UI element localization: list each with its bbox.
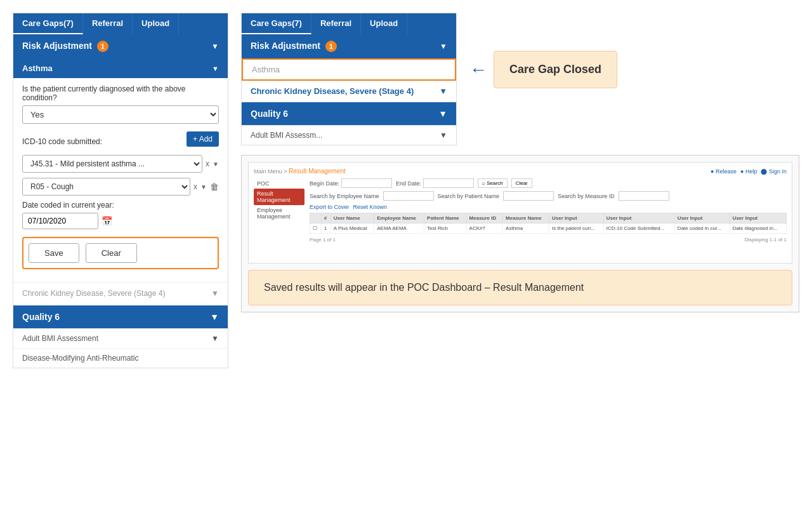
dash-col-num: #: [321, 213, 331, 224]
adult-bmi-right[interactable]: Adult BMI Assessm... ▼: [242, 125, 456, 145]
dash-row-input1: Is the patient curr...: [549, 224, 604, 234]
ckd-chevron-right: ▼: [439, 86, 447, 96]
tab-upload-left[interactable]: Upload: [133, 13, 179, 34]
adult-bmi-label-right: Adult BMI Assessm...: [251, 131, 322, 140]
dash-col-input4: User Input: [730, 213, 786, 224]
icd-remove-1[interactable]: x: [206, 159, 209, 168]
dash-breadcrumb: Result Management: [289, 168, 346, 175]
quality-chevron-right: ▼: [438, 109, 447, 119]
quality-label-left: Quality: [22, 312, 52, 322]
dash-breadcrumb-area: Main Menu > Result Management: [254, 168, 346, 175]
dash-row-measure-id: ACK#7: [466, 224, 503, 234]
adult-bmi-header-right: Adult BMI Assessm... ▼: [251, 131, 447, 140]
dash-search-measure-input[interactable]: [619, 191, 669, 201]
patient-question-label: Is the patient currently diagnosed with …: [22, 84, 219, 102]
dash-employee-management-item[interactable]: Employee Management: [254, 205, 304, 222]
dash-link2[interactable]: ● Help: [740, 168, 757, 175]
dash-row-patient: Test Rich: [424, 224, 466, 234]
tab-care-gaps-left[interactable]: Care Gaps(7): [13, 13, 83, 34]
icd-select-1[interactable]: J45.31 - Mild persistent asthma ...: [22, 155, 202, 173]
risk-adjustment-header-left[interactable]: Risk Adjustment 1 ▼: [13, 34, 228, 58]
right-top-area: Care Gaps(7) Referral Upload Risk Adjust…: [241, 13, 799, 145]
dash-row-num: 1: [321, 224, 331, 234]
dash-end-date-label: End Date:: [396, 180, 421, 187]
tab-upload-left-label: Upload: [141, 18, 169, 28]
dash-row-check[interactable]: ☐: [310, 224, 322, 234]
asthma-form-body: Is the patient currently diagnosed with …: [13, 78, 228, 282]
dash-help-link[interactable]: ● Release: [710, 168, 737, 175]
dash-row-input2: ICD-10 Code Submitted...: [603, 224, 674, 234]
dash-signout-link[interactable]: ⬤ Sign In: [761, 168, 787, 175]
add-icd-button[interactable]: + Add: [187, 131, 219, 147]
dash-displaying-info: Displaying 1-1 of 1: [745, 237, 787, 243]
dash-result-management-item[interactable]: Result Management: [254, 189, 304, 205]
saved-results-text: Saved results will appear in the POC Das…: [264, 282, 584, 293]
adult-bmi-chevron: ▼: [211, 334, 219, 343]
clear-button[interactable]: Clear: [86, 243, 137, 263]
date-coded-label: Date coded in current year:: [22, 201, 219, 210]
left-panel: Care Gaps(7) Referral Upload Risk Adjust…: [13, 13, 228, 368]
risk-adjustment-label-right: Risk Adjustment: [251, 41, 320, 51]
callout-box: Care Gap Closed: [494, 51, 617, 88]
dash-top-bar: Main Menu > Result Management ● Release …: [254, 168, 787, 175]
saved-results-box: Saved results will appear in the POC Das…: [248, 270, 792, 305]
dash-poc-item[interactable]: POC: [254, 178, 304, 189]
dash-col-input2: User Input: [603, 213, 674, 224]
tab-care-gaps-left-label: Care Gaps(7): [22, 18, 74, 28]
ckd-section-left[interactable]: Chronic Kidney Disease, Severe (Stage 4)…: [13, 282, 228, 304]
tab-referral-left[interactable]: Referral: [83, 13, 133, 34]
adult-bmi-item[interactable]: Adult BMI Assessment ▼: [13, 328, 228, 348]
disease-modifying-label: Disease-Modifying Anti-Rheumatic: [22, 354, 138, 363]
dashboard-area: Main Menu > Result Management ● Release …: [241, 155, 799, 312]
quality-header-left[interactable]: Quality 6 ▼: [13, 305, 228, 328]
dash-reset-btn[interactable]: Reset Known: [353, 204, 388, 210]
tab-referral-right-label: Referral: [320, 18, 351, 28]
icd-select-2[interactable]: R05 - Cough: [22, 178, 190, 196]
disease-modifying-item[interactable]: Disease-Modifying Anti-Rheumatic: [13, 348, 228, 368]
icd-trash-2[interactable]: 🗑: [210, 182, 219, 192]
dash-search-button[interactable]: ⌕ Search: [478, 178, 508, 188]
dash-table-body: ☐ 1 A Plus Medical AEMA AEMA Test Rich A…: [310, 224, 787, 234]
risk-adjustment-header-right[interactable]: Risk Adjustment 1 ▼: [242, 34, 456, 58]
calendar-icon[interactable]: 📅: [102, 216, 112, 226]
quality-title-right: Quality 6: [251, 109, 288, 119]
risk-adjustment-chevron-left: ▼: [211, 42, 219, 51]
ckd-sub-left: Chronic Kidney Disease, Severe (Stage 4)…: [22, 289, 219, 298]
dash-filter-row: Begin Date: End Date: ⌕ Search Clear: [310, 178, 787, 188]
risk-adjustment-title-right: Risk Adjustment 1: [251, 41, 337, 52]
dash-export-btn[interactable]: Export to Cover: [310, 204, 350, 210]
dash-clear-button[interactable]: Clear: [511, 178, 532, 188]
quality-label-right: Quality: [251, 109, 280, 119]
adult-bmi-chevron-right: ▼: [440, 131, 447, 140]
tab-care-gaps-right[interactable]: Care Gaps(7): [242, 13, 311, 34]
dash-sidebar: POC Result Management Employee Managemen…: [254, 178, 304, 243]
dash-end-date-input[interactable]: [423, 178, 474, 188]
dashboard-inner: Main Menu > Result Management ● Release …: [248, 162, 792, 264]
date-coded-input[interactable]: [22, 213, 98, 229]
icd-remove-2[interactable]: x: [193, 182, 197, 191]
dash-search-patient-input[interactable]: [503, 191, 554, 201]
dash-col-input3: User Input: [674, 213, 730, 224]
patient-diagnosis-select[interactable]: Yes: [22, 105, 219, 124]
tab-upload-right[interactable]: Upload: [361, 13, 407, 34]
date-row: 📅: [22, 213, 219, 229]
quality-header-right[interactable]: Quality 6 ▼: [242, 102, 456, 125]
dash-begin-date-input[interactable]: [341, 178, 392, 188]
asthma-header-left[interactable]: Asthma ▼: [13, 58, 228, 78]
icd-row-1: J45.31 - Mild persistent asthma ... x ▼: [22, 155, 219, 173]
tab-referral-right[interactable]: Referral: [311, 13, 361, 34]
dash-row-input4: Date diagnosed in...: [730, 224, 786, 234]
asthma-chevron-left: ▼: [212, 65, 219, 72]
dash-sidebar-main: POC Result Management Employee Managemen…: [254, 178, 787, 243]
save-button[interactable]: Save: [29, 243, 79, 263]
ckd-item-right[interactable]: Chronic Kidney Disease, Severe (Stage 4)…: [242, 81, 456, 101]
dash-search-employee-input[interactable]: [383, 191, 434, 201]
dash-search-row: Search by Employee Name Search by Patien…: [310, 191, 787, 201]
dash-begin-date-label: Begin Date:: [310, 180, 339, 187]
right-tab-bar: Care Gaps(7) Referral Upload: [242, 13, 456, 34]
adult-bmi-label: Adult BMI Assessment: [22, 334, 98, 343]
dash-col-check: [310, 213, 322, 224]
dash-separator: >: [284, 168, 289, 175]
arrow-left-icon: ←: [469, 61, 487, 79]
callout-area: ← Care Gap Closed: [469, 51, 617, 88]
